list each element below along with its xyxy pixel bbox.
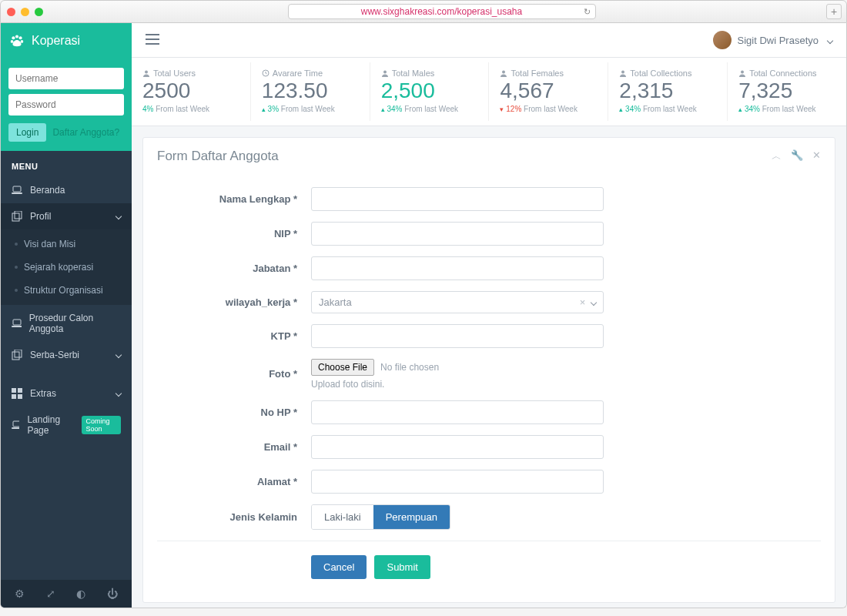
chevron-down-icon bbox=[113, 211, 121, 222]
reload-icon[interactable]: ↻ bbox=[584, 7, 591, 17]
login-button[interactable]: Login bbox=[8, 123, 46, 142]
jk-laki-option[interactable]: Laki-laki bbox=[312, 505, 373, 529]
label-alamat: Alamat * bbox=[157, 476, 311, 487]
sidebar-subitem-sejarah[interactable]: Sejarah koperasi bbox=[1, 256, 132, 279]
menu-header: MENU bbox=[1, 151, 132, 177]
svg-rect-11 bbox=[12, 352, 19, 360]
nama-input[interactable] bbox=[311, 187, 604, 211]
sidebar-subitem-struktur[interactable]: Struktur Organisasi bbox=[1, 279, 132, 302]
submit-button[interactable]: Submit bbox=[374, 555, 430, 579]
user-menu[interactable]: Sigit Dwi Prasetyo bbox=[713, 31, 832, 49]
stat-foot: 12% From last Week bbox=[500, 105, 597, 113]
close-icon[interactable]: ✕ bbox=[812, 149, 821, 163]
paw-icon bbox=[8, 32, 25, 49]
avatar bbox=[713, 31, 732, 49]
stat-foot: 34% From last Week bbox=[619, 105, 716, 113]
eye-icon[interactable]: ◐ bbox=[76, 588, 85, 600]
form-panel: Form Daftar Anggota ︿ 🔧 ✕ Nama Lengkap *… bbox=[142, 137, 835, 603]
jk-perempuan-option[interactable]: Perempuan bbox=[373, 505, 450, 529]
panel-tools: ︿ 🔧 ✕ bbox=[772, 149, 821, 163]
svg-rect-17 bbox=[13, 421, 19, 427]
svg-point-0 bbox=[12, 36, 15, 39]
brand-bar: Koperasi bbox=[1, 23, 132, 59]
stat-value: 2500 bbox=[142, 79, 239, 103]
svg-point-24 bbox=[383, 71, 387, 74]
sidebar-item-label: Extras bbox=[30, 388, 56, 399]
stat-foot: 4% From last Week bbox=[142, 105, 239, 113]
stat-value: 2,315 bbox=[619, 79, 716, 103]
stat-value: 123.50 bbox=[262, 79, 359, 103]
clock-icon bbox=[262, 69, 270, 77]
no-file-text: No file chosen bbox=[380, 362, 439, 373]
label-wilayah: wilayah_kerja * bbox=[157, 296, 311, 308]
user-icon bbox=[619, 69, 627, 77]
sidebar-item-landing[interactable]: Landing PageComing Soon bbox=[1, 407, 132, 444]
stat-label: Avarare Time bbox=[262, 69, 359, 78]
stat-foot: 34% From last Week bbox=[738, 105, 835, 113]
ktp-input[interactable] bbox=[311, 324, 604, 348]
coming-soon-badge: Coming Soon bbox=[82, 416, 121, 434]
svg-rect-6 bbox=[12, 192, 22, 194]
sidebar-item-label: Profil bbox=[30, 211, 51, 222]
stats-row: Total Users25004% From last Week Avarare… bbox=[132, 58, 846, 126]
user-icon bbox=[500, 69, 507, 77]
settings-icon[interactable]: ⚙ bbox=[15, 588, 25, 600]
sidebar-subitem-visi[interactable]: Visi dan Misi bbox=[1, 233, 132, 256]
svg-rect-9 bbox=[13, 320, 21, 325]
jabatan-input[interactable] bbox=[311, 256, 604, 280]
wilayah-select[interactable]: Jakarta × bbox=[311, 291, 604, 313]
svg-rect-15 bbox=[12, 394, 16, 399]
chevron-down-icon bbox=[113, 388, 121, 399]
username-input[interactable] bbox=[8, 68, 124, 89]
nohp-input[interactable] bbox=[311, 400, 604, 424]
sidebar-item-profil[interactable]: Profil bbox=[1, 203, 132, 229]
label-nohp: No HP * bbox=[157, 407, 311, 418]
stat-card: Total Collections2,315 34% From last Wee… bbox=[608, 62, 728, 121]
stat-foot: 3% From last Week bbox=[262, 105, 359, 113]
sidebar-item-beranda[interactable]: Beranda bbox=[1, 177, 132, 203]
fullscreen-icon[interactable]: ⤢ bbox=[46, 588, 55, 600]
stat-card: Total Males2,500 34% From last Week bbox=[370, 62, 490, 121]
profil-submenu: Visi dan Misi Sejarah koperasi Struktur … bbox=[1, 229, 132, 305]
sidebar-item-serba[interactable]: Serba-Serbi bbox=[1, 342, 132, 368]
sidebar-footer: ⚙ ⤢ ◐ ⏻ bbox=[1, 580, 132, 608]
stat-value: 4,567 bbox=[500, 79, 597, 103]
alamat-input[interactable] bbox=[311, 470, 604, 494]
cancel-button[interactable]: Cancel bbox=[311, 555, 367, 579]
svg-rect-5 bbox=[13, 186, 21, 192]
label-nip: NIP * bbox=[157, 228, 311, 239]
topbar: Sigit Dwi Prasetyo bbox=[132, 23, 846, 58]
laptop-icon bbox=[12, 420, 19, 430]
wrench-icon[interactable]: 🔧 bbox=[791, 149, 803, 163]
sidebar-item-prosedur[interactable]: Prosedur Calon Anggota bbox=[1, 305, 132, 342]
password-input[interactable] bbox=[8, 94, 124, 116]
svg-rect-12 bbox=[15, 350, 22, 357]
register-link[interactable]: Daftar Anggota? bbox=[52, 127, 119, 138]
svg-point-26 bbox=[621, 71, 624, 74]
hamburger-icon[interactable] bbox=[146, 34, 159, 47]
user-icon bbox=[738, 69, 746, 77]
new-tab-button[interactable]: + bbox=[826, 4, 842, 19]
sidebar-item-label: Landing Page bbox=[27, 414, 69, 436]
minimize-window-icon[interactable] bbox=[21, 8, 29, 16]
svg-point-2 bbox=[19, 36, 22, 39]
address-bar[interactable]: www.sixghakreasi.com/koperasi_usaha ↻ bbox=[288, 4, 596, 19]
sidebar: Koperasi Login Daftar Anggota? MENU Bera… bbox=[1, 23, 132, 608]
email-input[interactable] bbox=[311, 435, 604, 459]
foto-help-text: Upload foto disini. bbox=[311, 379, 604, 390]
stat-value: 7,325 bbox=[738, 79, 835, 103]
stat-label: Total Females bbox=[500, 69, 597, 78]
collapse-icon[interactable]: ︿ bbox=[772, 149, 782, 163]
choose-file-button[interactable]: Choose File bbox=[311, 359, 374, 376]
sidebar-item-label: Serba-Serbi bbox=[30, 350, 79, 360]
power-icon[interactable]: ⏻ bbox=[107, 588, 118, 600]
user-name: Sigit Dwi Prasetyo bbox=[738, 35, 819, 46]
user-icon bbox=[142, 69, 150, 77]
svg-rect-20 bbox=[146, 38, 159, 40]
windows-icon bbox=[12, 388, 22, 399]
close-window-icon[interactable] bbox=[7, 8, 15, 16]
clear-icon[interactable]: × bbox=[580, 296, 586, 308]
nip-input[interactable] bbox=[311, 222, 604, 246]
sidebar-item-extras[interactable]: Extras bbox=[1, 380, 132, 407]
maximize-window-icon[interactable] bbox=[35, 8, 43, 16]
